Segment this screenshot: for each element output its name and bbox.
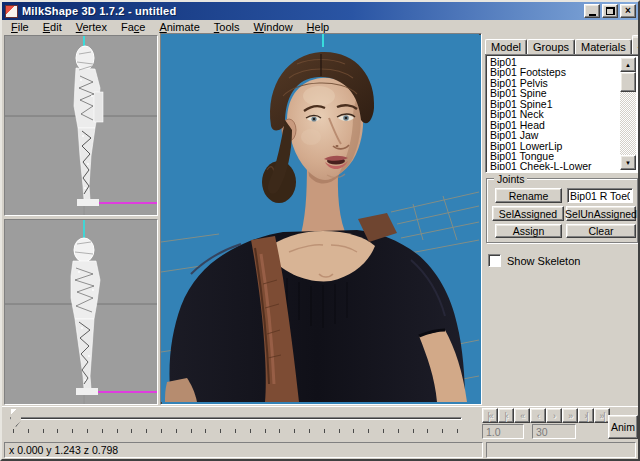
window-title: MilkShape 3D 1.7.2 - untitled xyxy=(22,5,176,17)
arrow-up-icon: ▲ xyxy=(625,62,631,68)
titlebar[interactable]: MilkShape 3D 1.7.2 - untitled × xyxy=(2,2,638,20)
timeline-tick xyxy=(457,429,458,433)
scrollbar-thumb[interactable] xyxy=(620,72,636,92)
timeline-slider-thumb[interactable] xyxy=(11,409,21,427)
joints-groupbox: Joints Rename SelAssigned SelUnAssigned … xyxy=(486,178,638,243)
close-button[interactable]: × xyxy=(620,4,636,18)
timeline-tick xyxy=(235,429,236,433)
menu-vertex[interactable]: Vertex xyxy=(69,20,114,34)
menu-tools[interactable]: Tools xyxy=(207,20,247,34)
go-to-start-button[interactable]: |« xyxy=(482,408,498,423)
timeline-tick xyxy=(117,429,118,433)
timeline-tick xyxy=(250,429,251,433)
close-icon: × xyxy=(625,6,631,16)
timeline-tick xyxy=(279,429,280,433)
menu-animate[interactable]: Animate xyxy=(152,20,206,34)
joints-list-rows: Bip01Bip01 FootstepsBip01 PelvisBip01 Sp… xyxy=(488,57,620,170)
scrollbar-down-button[interactable]: ▼ xyxy=(620,155,636,170)
right-panel: ModelGroupsMaterialsJoints Bip01Bip01 Fo… xyxy=(483,33,640,407)
menubar: FileEditVertexFaceAnimateToolsWindowHelp xyxy=(2,20,638,34)
timeline-tick xyxy=(324,429,325,433)
status-coordinates: x 0.000 y 1.243 z 0.798 xyxy=(4,442,483,458)
joints-listbox[interactable]: Bip01Bip01 FootstepsBip01 PelvisBip01 Sp… xyxy=(485,54,639,173)
tab-groups[interactable]: Groups xyxy=(527,39,575,54)
sel-assigned-button[interactable]: SelAssigned xyxy=(492,206,564,221)
total-frames-field[interactable] xyxy=(532,424,576,439)
step-back-button[interactable]: ‹ xyxy=(530,408,546,423)
timeline-tick xyxy=(43,429,44,433)
menu-file[interactable]: File xyxy=(4,20,36,34)
menu-window[interactable]: Window xyxy=(246,20,299,34)
clear-button[interactable]: Clear xyxy=(566,224,636,238)
app-icon xyxy=(5,5,18,18)
joint-list-item[interactable]: Bip01 Cheek-L-Lower xyxy=(488,161,620,170)
rename-button[interactable]: Rename xyxy=(495,188,562,203)
rewind-button[interactable]: « xyxy=(514,408,530,423)
groupbox-title: Joints xyxy=(494,173,527,185)
timeline-tick xyxy=(87,429,88,433)
restore-button[interactable] xyxy=(602,4,618,18)
timeline-tick xyxy=(265,429,266,433)
timeline-tick xyxy=(442,429,443,433)
timeline-tick xyxy=(13,429,14,433)
scrollbar-up-button[interactable]: ▲ xyxy=(620,57,636,72)
joint-list-item[interactable]: Bip01 Jaw xyxy=(488,130,620,140)
timeline-tick xyxy=(339,429,340,433)
timeline-ticks xyxy=(13,429,461,435)
viewport-side-top[interactable] xyxy=(4,35,158,216)
anim-button[interactable]: Anim xyxy=(608,415,638,439)
sel-unassigned-button[interactable]: SelUnAssigned xyxy=(566,206,636,221)
joints-list-scrollbar[interactable]: ▲ ▼ xyxy=(620,57,636,170)
show-skeleton-checkbox[interactable] xyxy=(488,254,501,267)
arrow-down-icon: ▼ xyxy=(625,160,631,166)
timeline-tick xyxy=(294,429,295,433)
timeline-tick xyxy=(176,429,177,433)
previous-keyframe-button[interactable]: |‹ xyxy=(498,408,514,423)
tab-materials[interactable]: Materials xyxy=(575,39,632,54)
timeline-tick xyxy=(205,429,206,433)
textured-model-view xyxy=(161,34,479,402)
playback-controls: |«|‹«‹›»›|»| xyxy=(482,408,610,423)
tab-joints[interactable]: Joints xyxy=(632,35,640,54)
timeline-tick xyxy=(220,429,221,433)
assign-button[interactable]: Assign xyxy=(495,224,562,238)
minimize-icon xyxy=(589,14,596,16)
next-keyframe-button[interactable]: ›| xyxy=(578,408,594,423)
timeline-tick xyxy=(146,429,147,433)
timeline-tick xyxy=(161,429,162,433)
timeline-tick xyxy=(131,429,132,433)
timeline-tick xyxy=(309,429,310,433)
timeline-tick xyxy=(353,429,354,433)
current-frame-field[interactable] xyxy=(482,424,524,439)
timeline-tick xyxy=(427,429,428,433)
fast-forward-button[interactable]: » xyxy=(562,408,578,423)
timeline-tick xyxy=(398,429,399,433)
timeline-tick xyxy=(191,429,192,433)
tab-model[interactable]: Model xyxy=(485,39,527,54)
panel-tabs: ModelGroupsMaterialsJoints xyxy=(485,35,640,54)
menu-help[interactable]: Help xyxy=(300,20,337,34)
viewport-side-bottom[interactable] xyxy=(4,219,158,405)
joint-name-input[interactable] xyxy=(567,188,633,203)
wireframe-view-bottom xyxy=(5,220,157,404)
timeline-tick xyxy=(72,429,73,433)
timeline-tick xyxy=(413,429,414,433)
timeline-slider-track[interactable] xyxy=(10,417,462,420)
wireframe-view-top xyxy=(5,36,157,215)
timeline-tick xyxy=(102,429,103,433)
restore-icon xyxy=(606,7,615,15)
timeline-bar: |«|‹«‹›»›|»| Anim xyxy=(2,406,638,440)
menu-face[interactable]: Face xyxy=(114,20,152,34)
timeline-tick xyxy=(57,429,58,433)
statusbar: x 0.000 y 1.243 z 0.798 xyxy=(2,440,638,459)
step-forward-button[interactable]: › xyxy=(546,408,562,423)
status-secondary-panel xyxy=(486,442,636,458)
timeline-tick xyxy=(368,429,369,433)
timeline-tick xyxy=(383,429,384,433)
milkshape-window: MilkShape 3D 1.7.2 - untitled × FileEdit… xyxy=(0,0,640,461)
minimize-button[interactable] xyxy=(584,4,600,18)
show-skeleton-option: Show Skeleton xyxy=(488,254,580,267)
show-skeleton-label: Show Skeleton xyxy=(507,255,580,267)
viewport-perspective-3d[interactable] xyxy=(160,33,482,405)
menu-edit[interactable]: Edit xyxy=(36,20,69,34)
